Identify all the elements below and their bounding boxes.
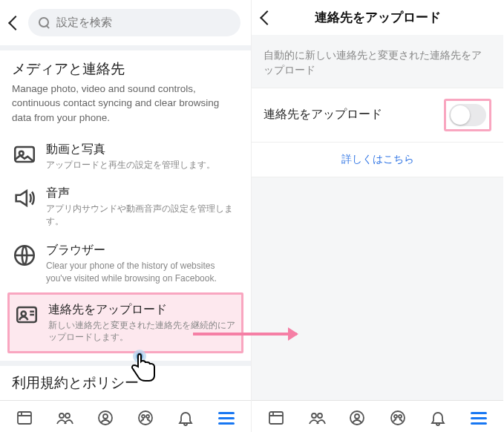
settings-row-browser[interactable]: ブラウザー Clear your phone of the history of…	[7, 235, 243, 292]
page-title: 連絡先をアップロード	[280, 9, 475, 26]
tab-profile[interactable]	[347, 408, 367, 428]
svg-point-7	[65, 413, 70, 418]
row-subtitle: Clear your phone of the history of websi…	[46, 260, 239, 285]
row-subtitle: アプリ内サウンドや動画音声の設定を管理します。	[46, 203, 239, 228]
header: 連絡先をアップロード	[252, 0, 503, 35]
speaker-icon	[12, 186, 37, 211]
svg-point-9	[103, 414, 108, 419]
back-icon[interactable]	[8, 16, 23, 30]
settings-row-video-photo[interactable]: 動画と写真 アップロードと再生の設定を管理します。	[7, 134, 243, 179]
row-title: 動画と写真	[46, 142, 239, 157]
photo-icon	[12, 142, 37, 167]
row-subtitle: アップロードと再生の設定を管理します。	[46, 159, 239, 171]
tab-notifications[interactable]	[428, 408, 448, 428]
globe-icon	[12, 243, 37, 268]
svg-point-17	[355, 414, 359, 419]
search-icon	[39, 17, 50, 29]
row-title: 連絡先をアップロード	[48, 302, 237, 318]
back-icon[interactable]	[260, 10, 275, 25]
tab-feed[interactable]	[15, 408, 34, 428]
svg-point-11	[142, 415, 145, 418]
search-placeholder: 設定を検索	[56, 16, 112, 30]
svg-point-10	[139, 411, 152, 425]
info-text: 自動的に新しい連絡先と変更された連絡先をアップロード	[252, 35, 503, 88]
tab-bar	[252, 400, 503, 432]
row-subtitle: 新しい連絡先と変更された連絡先を継続的にアップロードします。	[48, 319, 237, 344]
tab-menu[interactable]	[469, 408, 488, 428]
tab-groups[interactable]	[136, 408, 155, 428]
settings-list: 動画と写真 アップロードと再生の設定を管理します。 音声 アプリ内サウンドや動画…	[0, 130, 251, 361]
divider	[0, 45, 251, 50]
svg-point-19	[394, 415, 397, 418]
settings-row-audio[interactable]: 音声 アプリ内サウンドや動画音声の設定を管理します。	[7, 178, 243, 235]
section-subtitle: Manage photo, video and sound controls, …	[12, 82, 239, 125]
svg-point-14	[312, 413, 316, 418]
highlight-box	[444, 99, 491, 131]
row-title: 音声	[46, 186, 239, 201]
tab-profile[interactable]	[96, 408, 115, 428]
menu-icon	[471, 412, 487, 425]
svg-rect-13	[269, 412, 283, 424]
svg-point-6	[59, 413, 64, 418]
settings-row-upload-contacts[interactable]: 連絡先をアップロード 新しい連絡先と変更された連絡先を継続的にアップロードします…	[7, 292, 243, 354]
svg-point-15	[318, 413, 322, 418]
svg-point-12	[146, 415, 149, 418]
tab-friends[interactable]	[307, 408, 327, 428]
menu-icon	[218, 412, 235, 425]
section-title: メディアと連絡先	[12, 59, 239, 79]
svg-rect-5	[18, 412, 31, 424]
tab-feed[interactable]	[266, 408, 286, 428]
upload-contacts-toggle-row: 連絡先をアップロード	[252, 88, 503, 143]
upload-contacts-toggle[interactable]	[449, 104, 486, 126]
annotation-arrow	[193, 333, 297, 336]
empty-area	[252, 177, 503, 401]
svg-point-18	[391, 411, 405, 425]
svg-point-4	[22, 311, 26, 315]
header: 設定を検索	[0, 0, 251, 45]
section-header: メディアと連絡先 Manage photo, video and sound c…	[0, 50, 251, 130]
search-input[interactable]: 設定を検索	[28, 9, 240, 36]
toggle-label: 連絡先をアップロード	[264, 107, 382, 122]
row-title: ブラウザー	[46, 243, 239, 258]
learn-more-link[interactable]: 詳しくはこちら	[252, 143, 503, 177]
contact-card-icon	[14, 302, 39, 327]
tab-bar	[0, 400, 251, 432]
tab-groups[interactable]	[388, 408, 408, 428]
tab-friends[interactable]	[55, 408, 74, 428]
tab-menu[interactable]	[217, 408, 236, 428]
annotation-pointer-icon	[125, 349, 159, 392]
tab-notifications[interactable]	[176, 408, 195, 428]
svg-point-20	[399, 415, 402, 418]
upload-contacts-pane: 連絡先をアップロード 自動的に新しい連絡先と変更された連絡先をアップロード 連絡…	[252, 0, 503, 432]
